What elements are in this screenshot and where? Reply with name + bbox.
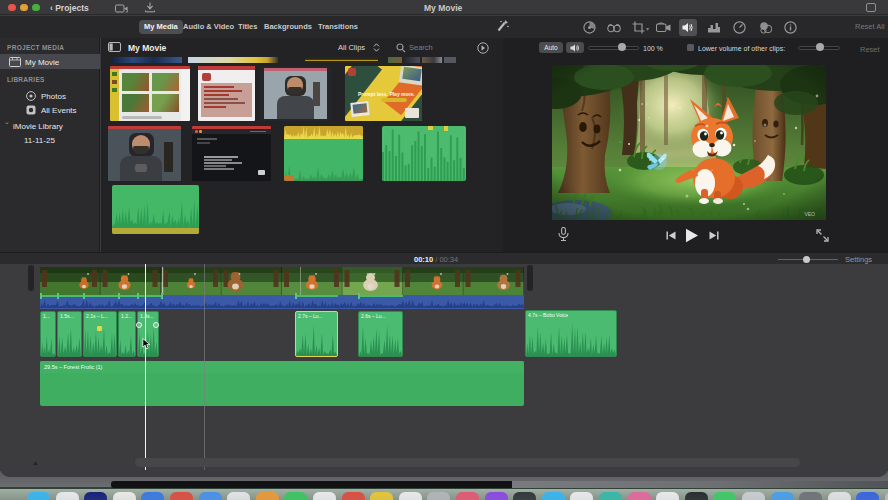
svg-text:VEO: VEO [804, 211, 815, 217]
